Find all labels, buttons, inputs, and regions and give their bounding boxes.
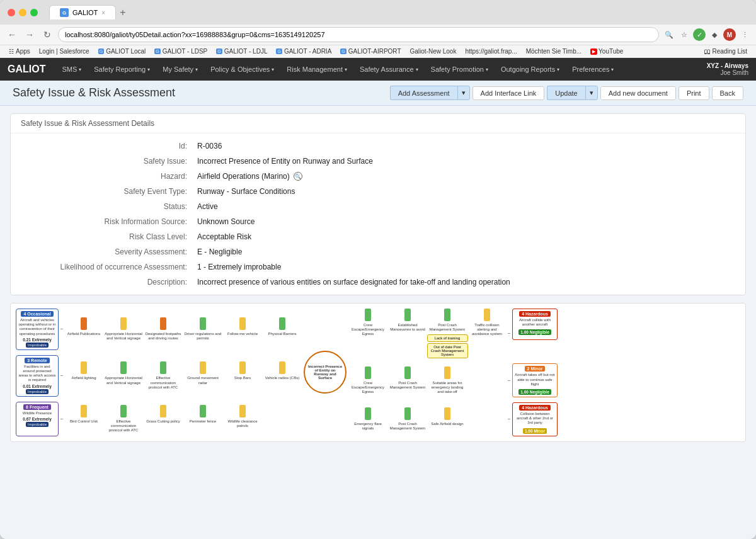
update-dropdown[interactable]: ▾ xyxy=(585,86,598,100)
barriers-left-row-3: Bird Control Unit Effective communicatio… xyxy=(65,405,301,433)
back-button[interactable]: Back xyxy=(712,86,743,100)
bookmark-galiot-ldsp[interactable]: G GALIOT - LDSP xyxy=(151,47,211,56)
profile-icon[interactable]: M xyxy=(723,28,736,41)
hazard-box-2[interactable]: 3 Remote Facilities in and around protec… xyxy=(16,355,59,397)
label-safety-issue: Safety Issue: xyxy=(21,157,197,166)
extra-boxes: Lack of training Out of date Post Crash … xyxy=(427,334,468,358)
nav-item-preferences[interactable]: Preferences ▾ xyxy=(566,58,620,81)
close-button[interactable] xyxy=(8,9,15,16)
bowtie-diagram: 4 Occasional Aircraft and vehicles opera… xyxy=(16,309,740,436)
nav-item-policy[interactable]: Policy & Objectives ▾ xyxy=(204,58,280,81)
nav-items: SMS ▾ Safety Reporting ▾ My Safety ▾ Pol… xyxy=(55,58,706,81)
value-safety-event-type: Runway - Surface Conditions xyxy=(197,187,295,196)
browser-actions: 🔍 ☆ ✓ ◆ M ⋮ xyxy=(663,28,751,41)
barrier-item: Designated footpaths and driving routes xyxy=(144,317,182,341)
nav-item-risk-management[interactable]: Risk Management ▾ xyxy=(280,58,353,81)
bookmark-galiot-airport[interactable]: G GALIOT-AIRPORT xyxy=(336,47,404,56)
forward-nav-button[interactable]: → xyxy=(23,28,37,42)
label-id: Id: xyxy=(21,142,197,150)
label-safety-event-type: Safety Event Type: xyxy=(21,187,197,196)
add-new-document-button[interactable]: Add new document xyxy=(600,86,676,100)
value-severity: E - Negligible xyxy=(197,247,242,256)
nav-username[interactable]: Joe Smith xyxy=(721,69,748,76)
maximize-button[interactable] xyxy=(30,9,38,16)
detail-row-hazard: Hazard: Airfield Operations (Marino) 🔍 xyxy=(11,169,745,184)
browser-titlebar: G GALIOT × + xyxy=(0,0,756,25)
nav-user: XYZ - Airways Joe Smith xyxy=(707,62,748,76)
barrier-item: Effective communication protocol with AT… xyxy=(144,361,182,390)
detail-row-safety-issue: Safety Issue: Incorrect Presence of Enti… xyxy=(11,154,745,169)
app-content: GALIOT SMS ▾ Safety Reporting ▾ My Safet… xyxy=(0,58,756,539)
barrier-item: Grass Cutting policy xyxy=(144,405,182,433)
add-assessment-button[interactable]: Add Assessment xyxy=(390,86,457,100)
details-card: Safety Issue & Risk Assessment Details I… xyxy=(10,113,746,295)
label-description: Description: xyxy=(21,278,197,287)
detail-row-status: Status: Active xyxy=(11,199,745,214)
add-assessment-dropdown[interactable]: ▾ xyxy=(457,86,470,100)
barrier-item: Bird Control Unit xyxy=(65,405,103,433)
bookmark-galiot-adria[interactable]: G GALIOT - ADRIA xyxy=(272,47,335,56)
label-likelihood: Likelihood of occurrence Assessment: xyxy=(21,263,197,271)
nav-item-outgoing-reports[interactable]: Outgoing Reports ▾ xyxy=(495,58,566,81)
outcome-box-2[interactable]: 2 Minor Aircraft takes off but not able … xyxy=(512,363,558,397)
hazard-box-3[interactable]: 8 Frequent Wildlife Presence 0.67 Extrem… xyxy=(16,402,59,436)
barrier-item: Physical Barriers xyxy=(263,317,301,341)
add-interface-link-button[interactable]: Add Interface Link xyxy=(472,86,545,100)
nav-item-safety-reporting[interactable]: Safety Reporting ▾ xyxy=(88,58,156,81)
bookmark-galiot-ldjl[interactable]: G GALIOT - LDJL xyxy=(212,47,271,56)
tab-title: GALIOT xyxy=(72,9,98,16)
hazard-search-icon[interactable]: 🔍 xyxy=(294,172,302,181)
extension-icon[interactable]: ◆ xyxy=(708,28,721,41)
bookmark-apps[interactable]: ☷ Apps xyxy=(5,47,34,56)
detail-row-id: Id: R-0036 xyxy=(11,139,745,154)
bookmark-reading-list[interactable]: 🕮 Reading List xyxy=(701,47,751,56)
value-likelihood: 1 - Extremely improbable xyxy=(197,263,281,271)
nav-item-safety-promotion[interactable]: Safety Promotion ▾ xyxy=(425,58,495,81)
nav-item-my-safety[interactable]: My Safety ▾ xyxy=(156,58,204,81)
outcome-box-3[interactable]: 4 Hazardous Collision between aircraft &… xyxy=(512,402,558,436)
new-tab-button[interactable]: + xyxy=(120,7,125,18)
detail-row-risk-class: Risk Class Level: Acceptable Risk xyxy=(11,229,745,244)
bookmark-salesforce[interactable]: Login | Salesforce xyxy=(35,47,93,56)
update-button[interactable]: Update xyxy=(547,86,585,100)
minimize-button[interactable] xyxy=(19,9,26,16)
print-button[interactable]: Print xyxy=(679,86,709,100)
barriers-right-row-1: Crew Escape/Emergency Egress Established… xyxy=(349,309,506,358)
url-bar[interactable] xyxy=(58,27,659,42)
hazard-box-1[interactable]: 4 Occasional Aircraft and vehicles opera… xyxy=(16,309,59,350)
barrier-item: Emergency flare signals xyxy=(349,407,387,431)
back-nav-button[interactable]: ← xyxy=(5,28,19,42)
barrier-item: Wildlife clearance patrols xyxy=(224,405,261,433)
bookmark-galiot-local[interactable]: G GALIOT Local xyxy=(94,47,150,56)
reload-button[interactable]: ↻ xyxy=(40,28,54,42)
bookmark-timb[interactable]: Möchten Sie Timb... xyxy=(522,47,585,56)
search-browser-icon[interactable]: 🔍 xyxy=(663,28,675,41)
tab-close-icon[interactable]: × xyxy=(101,9,105,16)
nav-item-safety-assurance[interactable]: Safety Assurance ▾ xyxy=(353,58,425,81)
bookmark-icon[interactable]: ☆ xyxy=(678,28,690,41)
barriers-right-row-3: Emergency flare signals Post Crash Manag… xyxy=(349,407,506,431)
bookmark-frap[interactable]: https://galiot.frap... xyxy=(461,47,520,56)
detail-row-risk-source: Risk Information Source: Unknown Source xyxy=(11,214,745,229)
barrier-item: Airfield lighting xyxy=(65,361,103,390)
menu-icon[interactable]: ⋮ xyxy=(738,28,751,41)
outcome-box-1[interactable]: 4 Hazardous Aircraft collide with anothe… xyxy=(512,309,558,340)
barrier-item: Suitable areas for emergency landing and… xyxy=(428,366,466,395)
label-severity: Severity Assessment: xyxy=(21,247,197,256)
value-safety-issue: Incorrect Presence of Entity on Runway a… xyxy=(197,157,373,166)
value-hazard: Airfield Operations (Marino) 🔍 xyxy=(197,172,302,181)
bookmarks-bar: ☷ Apps Login | Salesforce G GALIOT Local… xyxy=(0,45,756,58)
barrier-item-with-extras: Post Crash Management System Lack of tra… xyxy=(428,309,466,358)
barriers-left-row-2: Airfield lighting Appropriate Horizontal… xyxy=(65,361,301,390)
nav-item-sms[interactable]: SMS ▾ xyxy=(55,58,88,81)
active-tab[interactable]: G GALIOT × xyxy=(49,5,116,20)
page-actions: Add Assessment ▾ Add Interface Link Upda… xyxy=(390,86,743,100)
bookmark-youtube[interactable]: ▶ YouTube xyxy=(587,47,627,56)
barrier-item: Crew Escape/Emergency Egress xyxy=(349,309,387,358)
bowtie-right-section: Crew Escape/Emergency Egress Established… xyxy=(349,309,740,436)
value-description: Incorrect presence of various entities o… xyxy=(197,278,510,287)
bookmark-new-look[interactable]: Galiot-New Look xyxy=(406,47,461,56)
barrier-item: Airfield Publications xyxy=(65,317,103,341)
barrier-item: Crew Escape/Emergency Egress xyxy=(349,366,387,395)
barriers-left-row-1: Airfield Publications Appropriate Horizo… xyxy=(65,317,301,341)
